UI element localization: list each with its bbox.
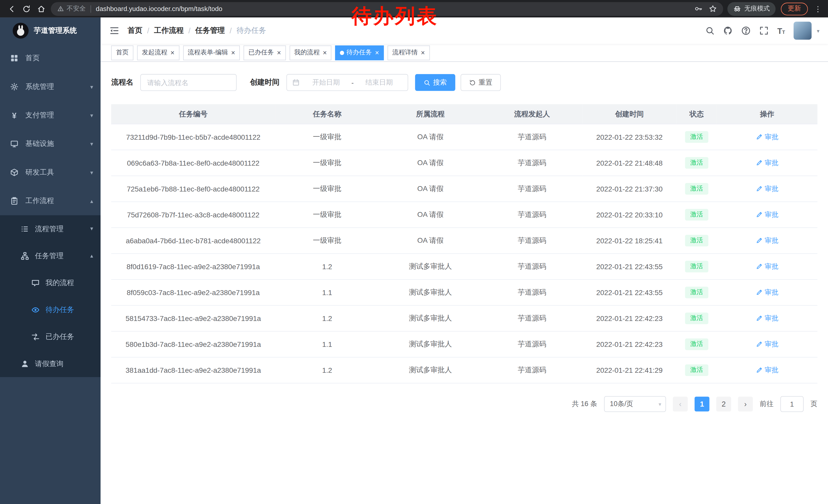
view-tab[interactable]: 首页 bbox=[111, 45, 133, 60]
sidebar-item-label: 流程管理 bbox=[35, 224, 64, 234]
status-cell: 激活 bbox=[677, 279, 717, 305]
approve-link[interactable]: 审批 bbox=[756, 314, 779, 323]
table-header-row: 任务编号 任务名称 所属流程 流程发起人 创建时间 状态 bbox=[111, 104, 817, 124]
approve-link[interactable]: 审批 bbox=[756, 236, 779, 245]
breadcrumb-item[interactable]: 首页 bbox=[127, 26, 142, 35]
close-icon[interactable]: × bbox=[231, 49, 235, 56]
app-title: 芋道管理系统 bbox=[34, 26, 77, 35]
breadcrumb-item[interactable]: 待办任务 bbox=[237, 26, 266, 35]
sidebar-submenu-item[interactable]: 已办任务 bbox=[0, 323, 100, 350]
view-tab[interactable]: 发起流程 × bbox=[137, 45, 179, 60]
sidebar-submenu-item[interactable]: 流程管理 ▾ bbox=[0, 215, 100, 242]
status-cell: 激活 bbox=[677, 176, 717, 202]
task-name-cell: 一级审批 bbox=[275, 150, 379, 176]
close-icon[interactable]: × bbox=[421, 49, 425, 56]
initiator-cell: 芋道源码 bbox=[482, 254, 582, 279]
sidebar-menu-item[interactable]: ¥ 支付管理 ▾ bbox=[0, 101, 100, 130]
chevron-down-icon[interactable]: ▾ bbox=[817, 28, 820, 34]
column-header: 创建时间 bbox=[582, 104, 676, 124]
list-icon bbox=[20, 225, 30, 233]
browser-menu-icon[interactable]: ⋮ bbox=[812, 5, 824, 13]
reset-button[interactable]: 重置 bbox=[461, 74, 501, 91]
search-icon[interactable] bbox=[705, 26, 715, 35]
approve-link[interactable]: 审批 bbox=[756, 339, 779, 349]
view-tab[interactable]: 我的流程 × bbox=[290, 45, 332, 60]
next-page-button[interactable]: › bbox=[738, 397, 753, 411]
approve-link[interactable]: 审批 bbox=[756, 184, 779, 193]
edit-icon bbox=[756, 237, 762, 244]
approve-link[interactable]: 审批 bbox=[756, 365, 779, 375]
approve-link[interactable]: 审批 bbox=[756, 132, 779, 141]
task-name-cell: 1.2 bbox=[275, 254, 379, 279]
created-time-cell: 2022-01-21 22:43:55 bbox=[582, 254, 676, 279]
update-button[interactable]: 更新 bbox=[781, 2, 808, 15]
view-tab[interactable]: 流程详情 × bbox=[387, 45, 430, 60]
range-separator: - bbox=[349, 79, 356, 86]
process-name-input[interactable] bbox=[140, 74, 237, 91]
approve-link[interactable]: 审批 bbox=[756, 288, 779, 297]
initiator-cell: 芋道源码 bbox=[482, 176, 582, 202]
annotation-overlay: 待办列表 bbox=[351, 3, 438, 30]
tab-label: 我的流程 bbox=[294, 48, 320, 57]
sidebar-submenu-item[interactable]: 请假查询 bbox=[0, 350, 100, 377]
view-tab[interactable]: 流程表单-编辑 × bbox=[183, 45, 240, 60]
status-cell: 激活 bbox=[677, 357, 717, 383]
view-tab[interactable]: 待办任务 × bbox=[335, 45, 384, 60]
sidebar-item-label: 支付管理 bbox=[26, 110, 54, 120]
goto-page-input[interactable] bbox=[780, 396, 803, 412]
sidebar-submenu-item[interactable]: 待办任务 bbox=[0, 296, 100, 323]
edit-icon bbox=[756, 133, 762, 140]
page-size-select[interactable]: 10条/页 ▾ bbox=[604, 396, 666, 412]
search-icon bbox=[423, 79, 430, 86]
page-number-button[interactable]: 1 bbox=[695, 397, 709, 411]
sidebar-submenu-item[interactable]: 任务管理 ▴ bbox=[0, 242, 100, 269]
breadcrumb-item[interactable]: 工作流程 bbox=[154, 26, 184, 35]
sidebar-menu-item[interactable]: 首页 bbox=[0, 44, 100, 72]
font-size-icon[interactable]: TT bbox=[777, 26, 785, 35]
reload-icon[interactable] bbox=[19, 1, 34, 16]
home-icon[interactable] bbox=[34, 1, 49, 16]
sidebar-item-label: 首页 bbox=[26, 53, 40, 63]
process-cell: 测试多审批人 bbox=[379, 331, 482, 357]
process-cell: OA 请假 bbox=[379, 124, 482, 150]
approve-link[interactable]: 审批 bbox=[756, 158, 779, 168]
start-date-placeholder: 开始日期 bbox=[303, 78, 349, 87]
date-range-picker[interactable]: 开始日期 - 结束日期 bbox=[287, 74, 408, 91]
action-cell: 审批 bbox=[717, 150, 818, 176]
sidebar-submenu-item[interactable]: 我的流程 bbox=[0, 269, 100, 296]
incognito-badge: 无痕模式 bbox=[728, 2, 776, 16]
app-logo[interactable]: 芋道管理系统 bbox=[0, 17, 100, 44]
collapse-sidebar-icon[interactable] bbox=[109, 26, 120, 36]
status-badge: 激活 bbox=[685, 235, 708, 246]
sidebar-menu-item[interactable]: 研发工具 ▾ bbox=[0, 158, 100, 187]
search-button[interactable]: 搜索 bbox=[415, 74, 455, 91]
close-icon[interactable]: × bbox=[171, 49, 175, 56]
key-icon[interactable] bbox=[695, 5, 703, 13]
view-tab[interactable]: 已办任务 × bbox=[244, 45, 286, 60]
close-icon[interactable]: × bbox=[277, 49, 281, 56]
sidebar-menu-item[interactable]: 工作流程 ▴ bbox=[0, 187, 100, 215]
sidebar-menu-item[interactable]: 基础设施 ▾ bbox=[0, 130, 100, 158]
sidebar: 芋道管理系统 首页 系统管理 ▾ bbox=[0, 17, 100, 504]
edit-icon bbox=[756, 367, 762, 373]
close-icon[interactable]: × bbox=[323, 49, 327, 56]
tab-label: 待办任务 bbox=[346, 48, 372, 57]
breadcrumb-item[interactable]: 任务管理 bbox=[195, 26, 225, 35]
created-time-cell: 2022-01-22 20:33:10 bbox=[582, 202, 676, 228]
back-icon[interactable] bbox=[4, 1, 19, 16]
fullscreen-icon[interactable] bbox=[759, 26, 769, 35]
star-icon[interactable] bbox=[709, 5, 717, 13]
github-icon[interactable] bbox=[723, 26, 733, 35]
page-number-button[interactable]: 2 bbox=[716, 397, 731, 411]
approve-link[interactable]: 审批 bbox=[756, 210, 779, 219]
close-icon[interactable]: × bbox=[375, 49, 379, 56]
status-badge: 激活 bbox=[685, 131, 708, 143]
sidebar-menu-item[interactable]: 系统管理 ▾ bbox=[0, 73, 100, 101]
avatar[interactable] bbox=[794, 22, 812, 40]
task-name-cell: 一级审批 bbox=[275, 228, 379, 254]
help-icon[interactable] bbox=[741, 26, 751, 35]
sidebar-item-label: 已办任务 bbox=[45, 332, 74, 341]
approve-link[interactable]: 审批 bbox=[756, 262, 779, 271]
table-row: 069c6a63-7b8a-11ec-8ef0-acde48001122 一级审… bbox=[111, 150, 817, 176]
prev-page-button[interactable]: ‹ bbox=[673, 397, 688, 411]
